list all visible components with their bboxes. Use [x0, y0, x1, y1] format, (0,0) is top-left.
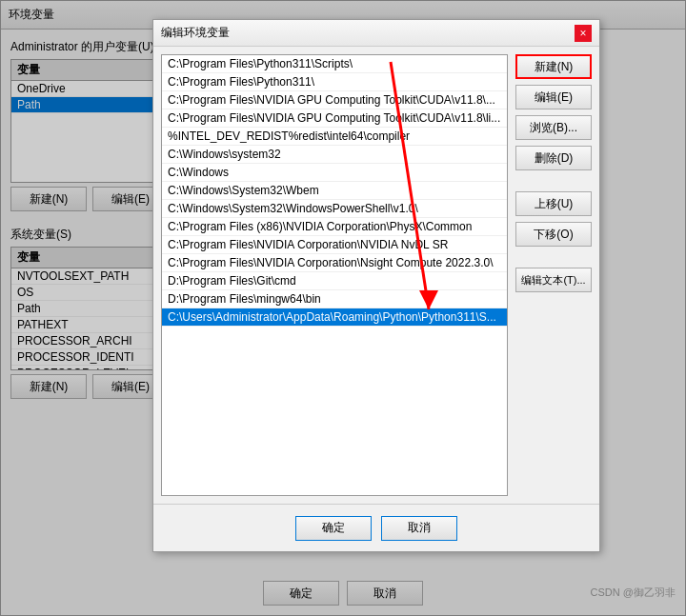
dialog-right-buttons: 新建(N) 编辑(E) 浏览(B)... 删除(D) 上移(U) 下移(O) 编… [515, 54, 592, 496]
dialog-title: 编辑环境变量 [161, 25, 230, 41]
path-item-10[interactable]: C:\Program Files\NVIDIA Corporation\NVID… [162, 236, 507, 254]
dialog-move-up-button[interactable]: 上移(U) [515, 191, 592, 216]
path-item-14[interactable]: C:\Users\Administrator\AppData\Roaming\P… [162, 308, 507, 327]
dialog-delete-button[interactable]: 删除(D) [515, 146, 592, 170]
dialog-move-down-button[interactable]: 下移(O) [515, 222, 592, 247]
dialog-cancel-button[interactable]: 取消 [381, 516, 457, 541]
path-item-9[interactable]: C:\Program Files (x86)\NVIDIA Corporatio… [162, 218, 507, 236]
dialog-edit-text-button[interactable]: 编辑文本(T)... [515, 268, 592, 292]
path-item-4[interactable]: %INTEL_DEV_REDIST%redist\intel64\compile… [162, 128, 507, 146]
dialog-title-bar: 编辑环境变量 × [153, 20, 599, 47]
path-item-5[interactable]: C:\Windows\system32 [162, 146, 507, 164]
path-item-1[interactable]: C:\Program Files\Python311\ [162, 73, 507, 91]
edit-env-dialog: 编辑环境变量 × C:\Program Files\Python311\Scri… [152, 19, 600, 552]
dialog-bottom-bar: 确定 取消 [153, 504, 599, 551]
dialog-edit-button[interactable]: 编辑(E) [515, 85, 592, 109]
dialog-new-button[interactable]: 新建(N) [515, 54, 592, 79]
path-item-11[interactable]: C:\Program Files\NVIDIA Corporation\Nsig… [162, 254, 507, 272]
dialog-browse-button[interactable]: 浏览(B)... [515, 115, 592, 140]
dialog-ok-button[interactable]: 确定 [295, 516, 372, 541]
path-item-13[interactable]: D:\Program Files\mingw64\bin [162, 290, 507, 308]
path-item-7[interactable]: C:\Windows\System32\Wbem [162, 182, 507, 200]
path-item-2[interactable]: C:\Program Files\NVIDIA GPU Computing To… [162, 91, 507, 109]
path-item-6[interactable]: C:\Windows [162, 164, 507, 182]
path-item-3[interactable]: C:\Program Files\NVIDIA GPU Computing To… [162, 109, 507, 128]
path-item-8[interactable]: C:\Windows\System32\WindowsPowerShell\v1… [162, 200, 507, 218]
dialog-close-button[interactable]: × [575, 25, 592, 42]
path-item-12[interactable]: D:\Program Files\Git\cmd [162, 272, 507, 290]
path-list[interactable]: C:\Program Files\Python311\Scripts\ C:\P… [161, 54, 508, 496]
dialog-body: C:\Program Files\Python311\Scripts\ C:\P… [153, 47, 599, 504]
path-item-0[interactable]: C:\Program Files\Python311\Scripts\ [162, 55, 507, 73]
